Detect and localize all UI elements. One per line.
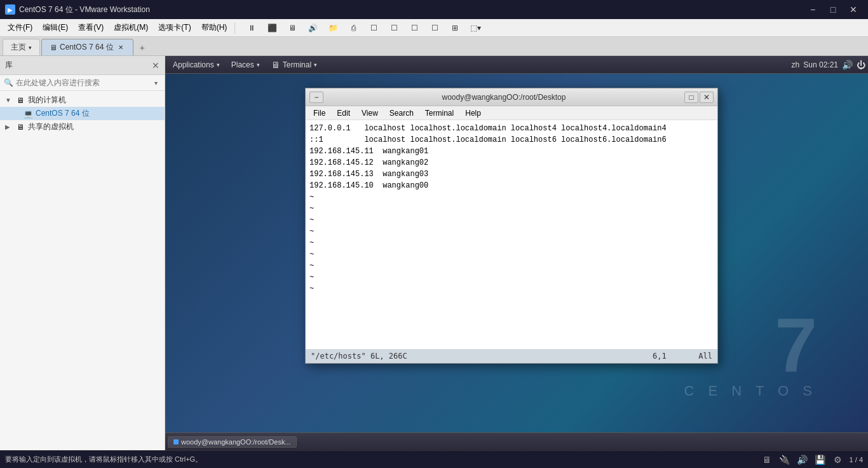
vm-desktop[interactable]: Applications ▾ Places ▾ 🖥 Terminal ▾: [165, 56, 868, 450]
vm-taskbar-label: woody@wangkangOO:/root/Desk...: [181, 438, 291, 446]
toolbar-btn-11[interactable]: ⊞: [446, 21, 464, 35]
left-panel: 库 ✕ 🔍 ▾ ▼ 🖥 我的计算机 💻 CentOS 7 64 位: [0, 56, 165, 450]
toolbar: ⏸ ⬛ 🖥 🔊 📁 ⎙ ☐ ☐ ☐ ☐ ⊞ ⬚▾: [243, 21, 484, 35]
menu-view[interactable]: 查看(V): [73, 21, 109, 34]
vmware-status-bar: 要将输入定向到该虚拟机，请将鼠标指针移入其中或按 Ctrl+G。 🖥 🔌 🔊 💾…: [0, 450, 868, 468]
terminal-menu-edit[interactable]: Edit: [332, 108, 355, 118]
tab-centos-close[interactable]: ✕: [116, 43, 125, 52]
toolbar-btn-8[interactable]: ☐: [385, 21, 403, 35]
terminal-empty-4: ~: [309, 226, 714, 237]
toolbar-btn-7[interactable]: ☐: [365, 21, 383, 35]
toolbar-btn-2[interactable]: ⬛: [263, 21, 281, 35]
taskbar-dot: [173, 439, 179, 444]
toolbar-btn-5[interactable]: 📁: [324, 21, 342, 35]
terminal-line-6: 192.168.145.10 wangkang00: [309, 180, 714, 191]
terminal-line-5: 192.168.145.13 wangkang03: [309, 169, 714, 180]
terminal-restore-btn[interactable]: □: [684, 92, 698, 103]
menu-file[interactable]: 文件(F): [3, 21, 37, 34]
menu-vm[interactable]: 虚拟机(M): [109, 21, 153, 34]
vm-icon: 💻: [23, 109, 33, 119]
menu-help[interactable]: 帮助(H): [196, 21, 233, 34]
terminal-line-4: 192.168.145.12 wangkang02: [309, 157, 714, 169]
tab-centos[interactable]: 🖥 CentOS 7 64 位 ✕: [41, 39, 133, 55]
tree-shared-label: 共享的虚拟机: [28, 121, 74, 132]
terminal-title: woody@wangkangOO:/root/Desktop: [323, 93, 684, 102]
terminal-menu[interactable]: 🖥 Terminal ▾: [266, 59, 322, 71]
tree-centos-vm[interactable]: 💻 CentOS 7 64 位: [0, 107, 165, 120]
terminal-menu-help[interactable]: Help: [460, 108, 486, 118]
audio-icon[interactable]: 🔊: [796, 453, 809, 466]
centos-brand-text: C E N T O S: [684, 383, 817, 399]
tab-bar: 主页 ▾ 🖥 CentOS 7 64 位 ✕ +: [0, 37, 868, 56]
minimize-button[interactable]: −: [803, 0, 822, 19]
usb-icon[interactable]: 🔌: [778, 453, 791, 466]
tab-centos-label: CentOS 7 64 位: [60, 42, 114, 53]
pause-btn[interactable]: ⏸: [243, 21, 261, 35]
places-menu[interactable]: Places ▾: [226, 59, 265, 71]
tab-centos-icon: 🖥: [50, 43, 57, 52]
title-bar-controls: − □ ✕: [803, 0, 863, 19]
terminal-close-btn[interactable]: ✕: [700, 92, 714, 103]
menu-edit[interactable]: 编辑(E): [37, 21, 73, 34]
locale-indicator[interactable]: zh: [792, 60, 800, 69]
tab-home[interactable]: 主页 ▾: [3, 39, 40, 55]
tab-add-button[interactable]: +: [135, 40, 150, 55]
left-panel-close-btn[interactable]: ✕: [152, 60, 159, 71]
menu-tabs[interactable]: 选项卡(T): [153, 21, 196, 34]
shared-icon: 🖥: [15, 122, 25, 132]
speaker-icon[interactable]: 🔊: [842, 60, 853, 70]
toolbar-btn-10[interactable]: ☐: [426, 21, 444, 35]
vmware-status-right: 🖥 🔌 🔊 💾 ⚙ 1 / 4: [761, 453, 863, 466]
terminal-content[interactable]: 127.0.0.1 localhost localhost.localdomai…: [306, 120, 717, 349]
terminal-menu-icon: 🖥: [271, 60, 280, 70]
terminal-left-ctrl: −: [309, 92, 323, 103]
applications-menu[interactable]: Applications ▾: [168, 59, 225, 71]
vmware-window: ▶ CentOS 7 64 位 - VMware Workstation − □…: [0, 0, 868, 468]
terminal-empty-3: ~: [309, 214, 714, 226]
terminal-menu-bar: File Edit View Search Terminal Help: [306, 106, 717, 120]
terminal-menu-file[interactable]: File: [308, 108, 330, 118]
power-icon[interactable]: ⏻: [857, 60, 865, 70]
terminal-empty-5: ~: [309, 237, 714, 249]
terminal-menu-terminal[interactable]: Terminal: [420, 108, 459, 118]
centos-taskbar-left: Applications ▾ Places ▾ 🖥 Terminal ▾: [168, 59, 322, 71]
tab-home-label: 主页: [11, 42, 26, 53]
toolbar-btn-6[interactable]: ⎙: [344, 21, 362, 35]
search-input[interactable]: [16, 78, 148, 87]
toolbar-btn-9[interactable]: ☐: [405, 21, 423, 35]
network-icon[interactable]: 🖥: [761, 453, 773, 466]
toolbar-btn-4[interactable]: 🔊: [304, 21, 322, 35]
tree-area: ▼ 🖥 我的计算机 💻 CentOS 7 64 位 ▶ 🖥 共享的虚拟机: [0, 91, 165, 450]
centos-clock: Sun 02:21: [803, 60, 838, 69]
toolbar-btn-3[interactable]: 🖥: [283, 21, 301, 35]
menu-bar: 文件(F) 编辑(E) 查看(V) 虚拟机(M) 选项卡(T) 帮助(H) ⏸ …: [0, 19, 868, 37]
title-bar: ▶ CentOS 7 64 位 - VMware Workstation − □…: [0, 0, 868, 19]
terminal-empty-1: ~: [309, 191, 714, 203]
toolbar-btn-12[interactable]: ⬚▾: [466, 21, 484, 35]
applications-label: Applications: [173, 60, 214, 69]
terminal-empty-8: ~: [309, 272, 714, 283]
tree-my-computer[interactable]: ▼ 🖥 我的计算机: [0, 93, 165, 107]
search-dropdown-arrow[interactable]: ▾: [151, 78, 161, 88]
terminal-menu-view[interactable]: View: [356, 108, 383, 118]
close-button[interactable]: ✕: [844, 0, 863, 19]
vm-taskbar-terminal[interactable]: woody@wangkangOO:/root/Desk...: [168, 436, 297, 448]
terminal-empty-2: ~: [309, 203, 714, 214]
toolbar-separator: [234, 22, 235, 34]
search-icon: 🔍: [4, 78, 13, 87]
terminal-menu-search[interactable]: Search: [384, 108, 419, 118]
terminal-label: Terminal: [283, 60, 311, 69]
terminal-window: − woody@wangkangOO:/root/Desktop □ ✕ Fil…: [305, 88, 718, 364]
tree-centos-label: CentOS 7 64 位: [36, 108, 90, 119]
library-title: 库: [5, 60, 13, 71]
terminal-minimize-btn[interactable]: −: [309, 92, 323, 103]
settings-icon[interactable]: ⚙: [832, 453, 844, 466]
places-label: Places: [231, 60, 254, 69]
tree-shared-vms[interactable]: ▶ 🖥 共享的虚拟机: [0, 120, 165, 134]
disk-icon[interactable]: 💾: [814, 453, 827, 466]
tree-expand-icon: ▼: [5, 97, 13, 104]
centos-taskbar: Applications ▾ Places ▾ 🖥 Terminal ▾: [165, 56, 868, 74]
maximize-button[interactable]: □: [824, 0, 843, 19]
terminal-line-3: 192.168.145.11 wangkang01: [309, 146, 714, 157]
centos-taskbar-right: zh Sun 02:21 🔊 ⏻: [792, 60, 865, 70]
